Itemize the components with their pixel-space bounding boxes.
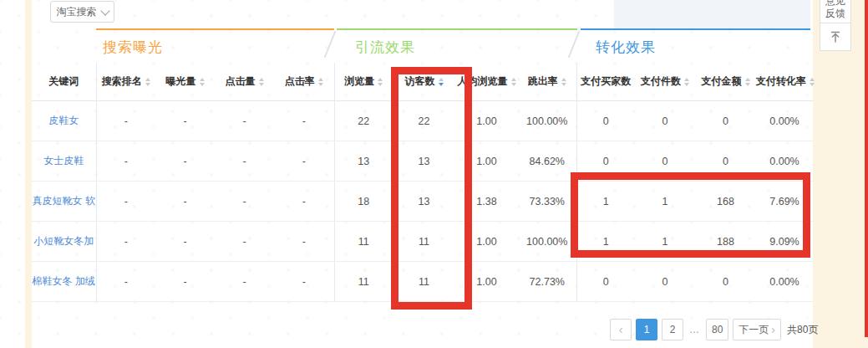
keyword-link[interactable]: 小短靴女冬加: [32, 222, 96, 262]
pagination: ‹ 12…80 下一页 › 共80页: [610, 319, 818, 340]
sort-icon[interactable]: [561, 78, 566, 86]
table-cell: 22: [334, 101, 393, 141]
pagination-page-80[interactable]: 80: [706, 319, 728, 340]
keyword-link[interactable]: 真皮短靴女 软: [32, 182, 96, 222]
sort-icon[interactable]: [745, 78, 750, 86]
table-cell: -: [215, 182, 274, 222]
floating-widget: 意见 反馈: [820, 0, 851, 51]
section-title-traffic: 引流效果: [355, 38, 415, 57]
table-cell: 72.73%: [518, 262, 576, 302]
column-header-label: 搜索排名: [102, 75, 142, 87]
table-cell: 0: [576, 141, 635, 182]
pagination-total-pages: 共80页: [787, 323, 818, 337]
sort-icon[interactable]: [810, 78, 815, 86]
table-cell: 1: [635, 182, 695, 222]
pagination-page-2[interactable]: 2: [662, 319, 683, 340]
pagination-next-button[interactable]: 下一页 ›: [733, 319, 781, 340]
conversion-section-line: [581, 28, 810, 30]
column-header: 支付买家数: [576, 63, 635, 101]
table-cell: 1.38: [455, 182, 518, 222]
feedback-button[interactable]: 意见 反馈: [820, 0, 851, 23]
table-row: 小短靴女冬加----11111.00100.00%111889.09%: [32, 222, 813, 262]
column-header-label: 支付转化率: [756, 75, 806, 87]
table-cell: 100.00%: [518, 222, 576, 262]
left-gutter: [25, 0, 32, 348]
column-header[interactable]: 浏览量: [334, 63, 393, 101]
table-cell: 11: [334, 262, 393, 302]
table-cell: -: [96, 101, 155, 141]
pagination-ellipsis: …: [688, 324, 702, 335]
column-header[interactable]: 点击率: [274, 63, 334, 101]
keyword-link[interactable]: 棉鞋女冬 加绒: [32, 262, 96, 302]
keyword-link[interactable]: 皮鞋女: [32, 101, 96, 141]
table-cell: -: [155, 182, 215, 222]
search-type-dropdown-label: 淘宝搜索: [57, 5, 97, 19]
table-cell: -: [274, 182, 334, 222]
table-cell: 13: [393, 141, 455, 182]
table-cell: 0: [635, 262, 695, 302]
back-to-top-button[interactable]: [820, 23, 851, 51]
section-divider-slash: [568, 31, 581, 58]
column-header[interactable]: 点击量: [215, 63, 274, 101]
table-cell: 11: [393, 262, 455, 302]
column-header-label: 访客数: [405, 75, 435, 87]
column-header[interactable]: 支付金额: [695, 63, 756, 101]
table-cell: 0: [635, 101, 695, 141]
search-type-dropdown[interactable]: 淘宝搜索: [50, 1, 114, 23]
table-cell: -: [215, 141, 274, 182]
pagination-prev-button[interactable]: ‹: [610, 319, 632, 340]
table-cell: 11: [334, 222, 393, 262]
traffic-section-line: [337, 28, 577, 30]
table-cell: 168: [695, 182, 756, 222]
column-header[interactable]: 支付转化率: [756, 63, 813, 101]
sort-icon[interactable]: [318, 78, 323, 86]
column-header[interactable]: 人均浏览量: [455, 63, 518, 101]
sort-icon[interactable]: [439, 78, 444, 86]
sort-icon[interactable]: [200, 78, 205, 86]
top-right-panel-tint: [614, 0, 810, 28]
table-cell: 1.00: [455, 222, 518, 262]
table-header-row: 关键词搜索排名曝光量点击量点击率浏览量访客数人均浏览量跳出率支付买家数支付件数支…: [32, 63, 813, 101]
table-cell: -: [215, 222, 274, 262]
column-header-label: 支付金额: [702, 75, 742, 87]
table-cell: 1: [576, 222, 635, 262]
column-header[interactable]: 支付件数: [635, 63, 695, 101]
keyword-link[interactable]: 女士皮鞋: [32, 141, 96, 182]
column-header[interactable]: 搜索排名: [96, 63, 155, 101]
table-cell: -: [274, 101, 334, 141]
column-header[interactable]: 跳出率: [518, 63, 576, 101]
column-header-label: 浏览量: [344, 75, 374, 87]
sort-icon[interactable]: [378, 78, 383, 86]
table-cell: 188: [695, 222, 756, 262]
table-cell: 0: [576, 101, 635, 141]
pagination-page-1[interactable]: 1: [636, 319, 657, 340]
pagination-next-label: 下一页: [739, 323, 769, 337]
table-cell: 0.00%: [756, 141, 813, 182]
sort-icon[interactable]: [145, 78, 150, 86]
analytics-page: 淘宝搜索 搜索曝光 引流效果 转化效果 关键词搜索排名曝光量点击量点击率浏览量访…: [0, 0, 868, 348]
table-cell: -: [274, 222, 334, 262]
column-header-label: 支付买家数: [581, 75, 631, 87]
sort-icon[interactable]: [511, 78, 516, 86]
sort-icon[interactable]: [684, 78, 689, 86]
table-cell: -: [155, 101, 215, 141]
section-divider-slash: [324, 31, 337, 58]
column-header[interactable]: 曝光量: [155, 63, 215, 101]
column-header-label: 人均浏览量: [458, 75, 508, 87]
table-cell: 0: [695, 262, 756, 302]
table-cell: 84.62%: [518, 141, 576, 182]
table-cell: 1: [635, 222, 695, 262]
back-to-top-icon: [828, 29, 843, 44]
right-gutter: [813, 0, 868, 348]
sort-icon[interactable]: [259, 78, 264, 86]
chevron-right-icon: ›: [771, 323, 775, 336]
feedback-label-line2: 反馈: [825, 8, 845, 20]
table-row: 皮鞋女----22221.00100.00%0000.00%: [32, 101, 813, 141]
table-cell: 73.33%: [518, 182, 576, 222]
table-cell: 22: [393, 101, 455, 141]
table-cell: -: [96, 222, 155, 262]
column-header[interactable]: 访客数: [393, 63, 455, 101]
section-title-conversion: 转化效果: [596, 38, 656, 57]
keyword-analytics-table: 关键词搜索排名曝光量点击量点击率浏览量访客数人均浏览量跳出率支付买家数支付件数支…: [32, 63, 813, 302]
table-cell: 0: [576, 262, 635, 302]
